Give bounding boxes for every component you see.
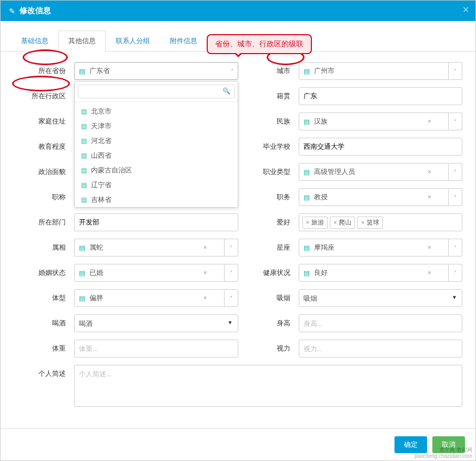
clear-icon[interactable]: × (428, 244, 431, 251)
chevron-down-icon: ˅ (454, 194, 457, 200)
native-place-field[interactable] (303, 88, 458, 105)
close-icon[interactable]: ✕ (462, 5, 469, 15)
label-drinking: 喝酒 (14, 314, 74, 332)
tab-contact-group[interactable]: 联系人分组 (106, 30, 160, 52)
dropdown-item[interactable]: ▤内蒙古自治区 (75, 163, 238, 178)
dropdown-item[interactable]: ▤辽宁省 (75, 178, 238, 192)
clear-icon[interactable]: × (428, 193, 431, 201)
doc-icon: ▤ (303, 244, 310, 252)
position-select[interactable]: ▤ 教授 × (299, 188, 449, 206)
marital-select[interactable]: ▤ 已婚 × (74, 264, 225, 282)
zodiac-caret-button[interactable]: ˅ (225, 239, 238, 257)
label-body-type: 体型 (14, 289, 74, 307)
dropdown-item[interactable]: ▤山西省 (75, 148, 238, 163)
constellation-select[interactable]: ▤ 摩羯座 × (299, 239, 449, 257)
vision-input[interactable] (299, 340, 463, 357)
health-select[interactable]: ▤ 良好 × (299, 264, 449, 282)
label-city: 城市 (238, 62, 299, 80)
tag-remove-icon[interactable]: × (333, 219, 337, 226)
chevron-down-icon: ˅ (454, 270, 457, 276)
province-value: 广东省 (89, 66, 223, 76)
dropdown-item[interactable]: ▤北京市 (75, 104, 238, 119)
clear-icon[interactable]: × (203, 294, 207, 302)
smoking-select[interactable]: 吸烟 (299, 289, 463, 307)
doc-icon: ▤ (81, 122, 87, 130)
clear-icon[interactable]: × (203, 269, 207, 276)
chevron-down-icon: ˅ (454, 119, 457, 125)
label-weight: 体重 (14, 340, 74, 357)
doc-icon: ▤ (79, 67, 85, 75)
chevron-up-icon: ˄ (231, 68, 234, 74)
health-caret-button[interactable]: ˅ (449, 264, 462, 282)
clear-icon[interactable]: × (428, 168, 431, 176)
bio-textarea-wrap[interactable] (74, 365, 462, 407)
dropdown-item[interactable]: ▤河北省 (75, 134, 238, 148)
school-input[interactable] (299, 138, 463, 156)
dropdown-item[interactable]: ▤吉林省 (75, 192, 238, 207)
label-position: 职务 (238, 188, 299, 206)
label-occupation-type: 职业类型 (238, 163, 299, 181)
label-title: 职称 (14, 188, 74, 206)
clear-icon[interactable]: × (428, 118, 431, 125)
doc-icon: ▤ (81, 167, 87, 174)
doc-icon: ▤ (303, 168, 310, 176)
school-field[interactable] (303, 138, 458, 155)
tab-other-info[interactable]: 其他信息 (58, 30, 106, 52)
dropdown-list[interactable]: ▤北京市 ▤天津市 ▤河北省 ▤山西省 ▤内蒙古自治区 ▤辽宁省 ▤吉林省 ▤黑… (75, 102, 238, 207)
hobby-tag[interactable]: ×旅游 (302, 217, 328, 229)
occupation-type-caret-button[interactable]: ˅ (449, 163, 462, 181)
doc-icon: ▤ (81, 181, 87, 189)
zodiac-select[interactable]: ▤ 属蛇 × (74, 239, 225, 257)
vision-field[interactable] (303, 340, 458, 357)
chevron-down-icon: ˅ (454, 169, 457, 175)
city-select[interactable]: ▤ 广州市 (299, 62, 449, 80)
modal-edit-info: ✎ 修改信息 ✕ 基础信息 其他信息 联系人分组 附件信息 省份、城市、行政区的… (0, 0, 476, 461)
ethnicity-caret-button[interactable]: ˅ (449, 112, 462, 130)
pencil-icon: ✎ (9, 7, 15, 15)
doc-icon: ▤ (81, 137, 87, 145)
province-select[interactable]: ▤ 广东省 ˄ (74, 62, 238, 80)
dropdown-item[interactable]: ▤天津市 (75, 119, 238, 134)
callout-text: 省份、城市、行政区的级联 (215, 39, 303, 48)
hobby-tag-input[interactable]: ×旅游 ×爬山 ×篮球 (299, 213, 463, 231)
weight-input[interactable] (74, 340, 238, 357)
watermark: 查字典 教程网 jiaocheng.chazidian.com (414, 447, 472, 459)
native-place-input[interactable] (299, 87, 463, 105)
city-caret-button[interactable]: ˅ (449, 62, 462, 80)
doc-icon: ▤ (81, 196, 87, 203)
hobby-tag[interactable]: ×篮球 (357, 217, 382, 229)
position-caret-button[interactable]: ˅ (449, 188, 462, 206)
height-field[interactable] (303, 315, 458, 332)
drinking-select[interactable]: 喝酒 (74, 314, 238, 332)
chevron-down-icon: ˅ (454, 245, 457, 251)
tab-basic-info[interactable]: 基础信息 (11, 30, 58, 52)
label-height: 身高 (238, 314, 299, 332)
bio-textarea[interactable] (79, 370, 458, 402)
chevron-down-icon: ˅ (230, 270, 232, 276)
modal-footer: 确定 取消 (1, 428, 475, 460)
ethnicity-select[interactable]: ▤ 汉族 × (299, 112, 449, 130)
dropdown-search-input[interactable] (78, 85, 235, 98)
modal-title: 修改信息 (19, 6, 51, 16)
form-body: 所在省份 ▤ 广东省 ˄ 🔍 ▤北京市 (1, 52, 475, 428)
label-smoking: 吸烟 (238, 289, 299, 307)
tag-remove-icon[interactable]: × (306, 219, 309, 226)
clear-icon[interactable]: × (428, 269, 431, 276)
doc-icon: ▤ (79, 294, 85, 302)
department-input[interactable] (74, 213, 238, 231)
label-bio: 个人简述 (14, 365, 74, 383)
weight-field[interactable] (79, 340, 234, 357)
chevron-down-icon: ˅ (454, 68, 457, 74)
height-input[interactable] (299, 314, 463, 332)
body-type-select[interactable]: ▤ 偏胖 × (74, 289, 225, 307)
department-field[interactable] (79, 214, 234, 231)
label-home-address: 家庭住址 (14, 112, 74, 130)
body-type-caret-button[interactable]: ˅ (225, 289, 238, 307)
occupation-type-select[interactable]: ▤ 高级管理人员 × (299, 163, 449, 181)
tag-remove-icon[interactable]: × (361, 219, 364, 226)
hobby-tag[interactable]: ×爬山 (330, 217, 355, 229)
clear-icon[interactable]: × (203, 244, 207, 251)
tab-attachment-info[interactable]: 附件信息 (160, 30, 207, 52)
marital-caret-button[interactable]: ˅ (225, 264, 238, 282)
constellation-caret-button[interactable]: ˅ (449, 239, 462, 257)
